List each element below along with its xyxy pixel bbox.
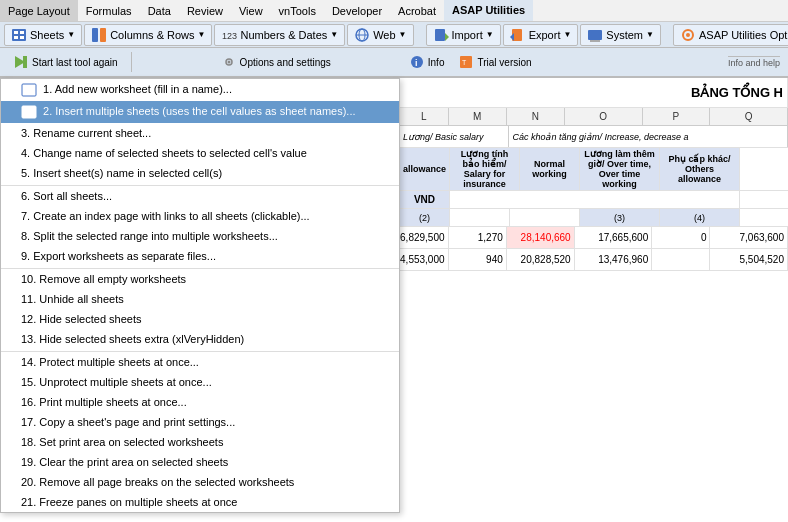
dropdown-item-16[interactable]: 16. Print multiple sheets at once...	[1, 392, 399, 412]
svg-text:T: T	[462, 59, 467, 66]
dropdown-item-8[interactable]: 8. Split the selected range into multipl…	[1, 226, 399, 246]
item-11-text: 11. Unhide all sheets	[21, 293, 124, 305]
item-2-icon	[21, 105, 43, 117]
dropdown-item-14[interactable]: 14. Protect multiple sheets at once...	[1, 351, 399, 372]
dropdown-item-2[interactable]: 2. Insert multiple sheets (uses the cell…	[1, 101, 399, 123]
info-btn[interactable]: i Info	[404, 51, 450, 73]
trial-btn[interactable]: T Trial version	[453, 51, 536, 73]
dropdown-item-1[interactable]: 1. Add new worksheet (fill in a name)...	[1, 79, 399, 101]
num-3: (3)	[580, 209, 660, 226]
sheets-btn[interactable]: Sheets ▼	[4, 24, 82, 46]
info-label: Info	[428, 57, 445, 68]
data-1-3[interactable]: 17,665,600	[575, 227, 653, 248]
menu-asap-utilities[interactable]: ASAP Utilities	[444, 0, 533, 21]
item-9-text: 9. Export worksheets as separate files..…	[21, 250, 216, 262]
system-icon	[587, 27, 603, 43]
start-last-label: Start last tool again	[32, 57, 118, 68]
col-header-M: M	[449, 108, 507, 125]
data-2-0[interactable]: 4,553,000	[400, 249, 449, 270]
col-header-O: O	[565, 108, 643, 125]
menu-page-layout[interactable]: Page Layout	[0, 0, 78, 21]
dropdown-item-11[interactable]: 11. Unhide all sheets	[1, 289, 399, 309]
svg-text:i: i	[415, 58, 418, 68]
data-2-2[interactable]: 20,828,520	[507, 249, 575, 270]
sub-header-row: allowance Lương tính bảo hiểm/ Salary fo…	[400, 148, 788, 191]
numbers-dates-arrow: ▼	[330, 30, 338, 39]
numbers-dates-label: Numbers & Dates	[240, 29, 327, 41]
ribbon-second-row: Start last tool again Options and settin…	[0, 48, 788, 78]
dropdown-item-17[interactable]: 17. Copy a sheet's page and print settin…	[1, 412, 399, 432]
data-1-4[interactable]: 0	[652, 227, 710, 248]
asap-options-btn[interactable]: ASAP Utilities Options ▼	[673, 24, 788, 46]
numbers-dates-icon: 123	[221, 27, 237, 43]
menu-review[interactable]: Review	[179, 0, 231, 21]
menu-view[interactable]: View	[231, 0, 271, 21]
svg-rect-0	[12, 29, 26, 41]
sub-header-salary-insurance: Lương tính bảo hiểm/ Salary for insuranc…	[450, 148, 520, 190]
data-2-4[interactable]	[652, 249, 710, 270]
svg-marker-25	[23, 56, 27, 68]
export-icon	[510, 27, 526, 43]
big-title-cell: BẢNG TỔNG H	[400, 78, 788, 107]
data-1-5[interactable]: 7,063,600	[710, 227, 788, 248]
menu-bar: Page Layout Formulas Data Review View vn…	[0, 0, 788, 22]
dropdown-item-10[interactable]: 10. Remove all empty worksheets	[1, 268, 399, 289]
svg-rect-6	[100, 28, 106, 42]
item-15-text: 15. Unprotect multiple sheets at once...	[21, 376, 212, 388]
numbers-dates-btn[interactable]: 123 Numbers & Dates ▼	[214, 24, 345, 46]
dropdown-item-5[interactable]: 5. Insert sheet(s) name in selected cell…	[1, 163, 399, 183]
dropdown-item-18[interactable]: 18. Set print area on selected worksheet…	[1, 432, 399, 452]
dropdown-item-19[interactable]: 19. Clear the print area on selected she…	[1, 452, 399, 472]
svg-rect-32	[22, 84, 36, 96]
start-last-icon	[13, 54, 29, 70]
num-blank1	[450, 209, 510, 226]
trial-label: Trial version	[477, 57, 531, 68]
menu-data[interactable]: Data	[140, 0, 179, 21]
svg-rect-11	[435, 29, 445, 41]
item-4-text: 4. Change name of selected sheets to sel…	[21, 147, 307, 159]
options-settings-btn[interactable]: Options and settings	[216, 51, 336, 73]
item-20-text: 20. Remove all page breaks on the select…	[21, 476, 294, 488]
menu-developer[interactable]: Developer	[324, 0, 390, 21]
menu-vntools[interactable]: vnTools	[271, 0, 324, 21]
dropdown-item-21[interactable]: 21. Freeze panes on multiple sheets at o…	[1, 492, 399, 512]
item-13-text: 13. Hide selected sheets extra (xlVeryHi…	[21, 333, 244, 345]
info-icon: i	[409, 54, 425, 70]
data-1-1[interactable]: 1,270	[449, 227, 507, 248]
dropdown-item-7[interactable]: 7. Create an index page with links to al…	[1, 206, 399, 226]
num-row: (2) (3) (4)	[400, 209, 788, 227]
dropdown-item-9[interactable]: 9. Export worksheets as separate files..…	[1, 246, 399, 266]
asap-options-label: ASAP Utilities Options	[699, 29, 788, 41]
data-2-5[interactable]: 5,504,520	[710, 249, 788, 270]
data-2-3[interactable]: 13,476,960	[575, 249, 653, 270]
item-5-text: 5. Insert sheet(s) name in selected cell…	[21, 167, 222, 179]
dropdown-item-4[interactable]: 4. Change name of selected sheets to sel…	[1, 143, 399, 163]
dropdown-item-3[interactable]: 3. Rename current sheet...	[1, 123, 399, 143]
item-16-text: 16. Print multiple sheets at once...	[21, 396, 187, 408]
item-17-text: 17. Copy a sheet's page and print settin…	[21, 416, 235, 428]
num-4: (4)	[660, 209, 740, 226]
export-btn[interactable]: Export ▼	[503, 24, 579, 46]
columns-rows-btn[interactable]: Columns & Rows ▼	[84, 24, 212, 46]
data-1-2[interactable]: 28,140,660	[507, 227, 575, 248]
col-header-P: P	[643, 108, 711, 125]
data-row-2: 4,553,000 940 20,828,520 13,476,960 5,50…	[400, 249, 788, 271]
dropdown-item-20[interactable]: 20. Remove all page breaks on the select…	[1, 472, 399, 492]
dropdown-item-13[interactable]: 13. Hide selected sheets extra (xlVeryHi…	[1, 329, 399, 349]
data-2-1[interactable]: 940	[449, 249, 507, 270]
item-2-text: 2. Insert multiple sheets (uses the cell…	[43, 105, 355, 117]
web-btn[interactable]: Web ▼	[347, 24, 413, 46]
dropdown-item-15[interactable]: 15. Unprotect multiple sheets at once...	[1, 372, 399, 392]
sub-header-normal: Normal working	[520, 148, 580, 190]
start-last-btn[interactable]: Start last tool again	[8, 51, 123, 73]
import-btn[interactable]: Import ▼	[426, 24, 501, 46]
columns-rows-icon	[91, 27, 107, 43]
system-btn[interactable]: System ▼	[580, 24, 661, 46]
data-1-0[interactable]: 6,829,500	[400, 227, 449, 248]
system-arrow: ▼	[646, 30, 654, 39]
menu-formulas[interactable]: Formulas	[78, 0, 140, 21]
menu-acrobat[interactable]: Acrobat	[390, 0, 444, 21]
dropdown-item-12[interactable]: 12. Hide selected sheets	[1, 309, 399, 329]
dropdown-item-6[interactable]: 6. Sort all sheets...	[1, 185, 399, 206]
import-label: Import	[452, 29, 483, 41]
